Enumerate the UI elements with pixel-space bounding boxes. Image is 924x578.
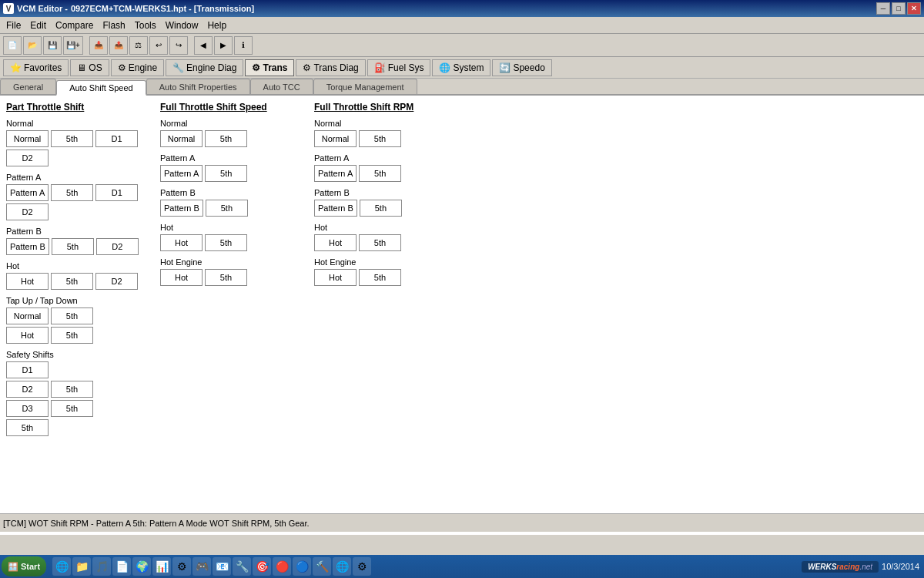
fts-normal-btn[interactable]: Normal bbox=[160, 130, 203, 147]
compare-button[interactable]: ⚖ bbox=[129, 36, 148, 55]
open-button[interactable]: 📂 bbox=[23, 36, 42, 55]
ftr-hot-5th-btn[interactable]: 5th bbox=[359, 234, 401, 251]
tab-auto-shift-props[interactable]: Auto Shift Properties bbox=[146, 79, 250, 94]
taskbar-ie[interactable]: 🌐 bbox=[52, 557, 71, 576]
pts-safety-d2-5th-btn[interactable]: 5th bbox=[51, 381, 93, 398]
fts-hot-btn[interactable]: Hot bbox=[160, 234, 203, 251]
pts-hot-5th-btn[interactable]: 5th bbox=[51, 273, 93, 290]
nav-engine-diag[interactable]: 🔧 Engine Diag bbox=[166, 59, 243, 76]
menu-edit[interactable]: Edit bbox=[25, 18, 51, 32]
nav-speedo[interactable]: 🔄 Speedo bbox=[492, 59, 551, 76]
nav-trans-diag[interactable]: ⚙ Trans Diag bbox=[296, 59, 365, 76]
redo-button[interactable]: ↪ bbox=[169, 36, 188, 55]
ftr-normal-5th-btn[interactable]: 5th bbox=[359, 130, 401, 147]
ftr-hotengine-5th-btn[interactable]: 5th bbox=[359, 269, 401, 286]
taskbar-target[interactable]: 🎯 bbox=[253, 557, 271, 576]
pattern-b-row-ftr: Pattern B 5th bbox=[314, 200, 453, 217]
ftr-patterna-5th-btn[interactable]: 5th bbox=[359, 165, 401, 182]
pts-patterna-d2-btn[interactable]: D2 bbox=[6, 203, 49, 220]
pts-tap-hot-btn[interactable]: Hot bbox=[6, 327, 49, 344]
menu-window[interactable]: Window bbox=[161, 18, 203, 32]
nav-os[interactable]: 🖥 OS bbox=[70, 59, 109, 76]
pts-tap-normal-5th-btn[interactable]: 5th bbox=[51, 307, 93, 324]
taskbar-word[interactable]: 📄 bbox=[112, 557, 131, 576]
forward-button[interactable]: ▶ bbox=[214, 36, 233, 55]
undo-button[interactable]: ↩ bbox=[149, 36, 168, 55]
fts-hotengine-btn[interactable]: Hot bbox=[160, 269, 203, 286]
taskbar-settings2[interactable]: ⚙ bbox=[353, 557, 371, 576]
taskbar-browser2[interactable]: 🌍 bbox=[132, 557, 151, 576]
nav-favorites[interactable]: ⭐ Favorites bbox=[3, 59, 69, 76]
pts-safety-d3-5th-btn[interactable]: 5th bbox=[51, 400, 93, 417]
pts-normal-d1-btn[interactable]: D1 bbox=[95, 130, 138, 147]
pts-hot-d2-btn[interactable]: D2 bbox=[95, 273, 138, 290]
hot-engine-row-ftr: Hot 5th bbox=[314, 269, 453, 286]
pts-tap-normal-btn[interactable]: Normal bbox=[6, 307, 49, 324]
pts-tap-hot-5th-btn[interactable]: 5th bbox=[51, 327, 93, 344]
pts-safety-d1-btn[interactable]: D1 bbox=[6, 361, 49, 378]
tab-auto-shift-speed[interactable]: Auto Shift Speed bbox=[56, 80, 146, 96]
fts-normal-5th-btn[interactable]: 5th bbox=[205, 130, 247, 147]
pts-patterna-d1-btn[interactable]: D1 bbox=[95, 184, 138, 201]
taskbar-red[interactable]: 🔴 bbox=[273, 557, 291, 576]
taskbar-media[interactable]: 🎵 bbox=[92, 557, 111, 576]
pts-patternb-btn[interactable]: Pattern B bbox=[6, 238, 49, 255]
ftr-hotengine-btn[interactable]: Hot bbox=[314, 269, 357, 286]
pts-patternb-5th-btn[interactable]: 5th bbox=[52, 238, 94, 255]
menu-tools[interactable]: Tools bbox=[130, 18, 161, 32]
start-button[interactable]: 🪟 Start bbox=[2, 556, 46, 576]
menu-file[interactable]: File bbox=[2, 18, 25, 32]
pts-safety-5th-btn[interactable]: 5th bbox=[6, 419, 49, 436]
pts-patterна-5th-btn[interactable]: 5th bbox=[51, 184, 93, 201]
pts-safety-d2-btn[interactable]: D2 bbox=[6, 381, 49, 398]
write-button[interactable]: 📤 bbox=[109, 36, 128, 55]
ftr-normal-btn[interactable]: Normal bbox=[314, 130, 357, 147]
nav-fuel-sys[interactable]: ⛽ Fuel Sys bbox=[367, 59, 431, 76]
ftr-patternb-5th-btn[interactable]: 5th bbox=[360, 200, 402, 217]
pts-normal-d2-btn[interactable]: D2 bbox=[6, 150, 49, 166]
pts-hot-btn[interactable]: Hot bbox=[6, 273, 49, 290]
nav-system[interactable]: 🌐 System bbox=[432, 59, 490, 76]
nav-engine[interactable]: ⚙ Engine bbox=[111, 59, 164, 76]
fts-hot-5th-btn[interactable]: 5th bbox=[205, 234, 247, 251]
hot-row-fts: Hot 5th bbox=[160, 234, 299, 251]
fts-patterna-5th-btn[interactable]: 5th bbox=[205, 165, 247, 182]
fts-patternb-btn[interactable]: Pattern B bbox=[160, 200, 203, 217]
pts-normal-btn[interactable]: Normal bbox=[6, 130, 49, 147]
pts-patterна-btn[interactable]: Pattern A bbox=[6, 184, 49, 201]
fts-hotengine-5th-btn[interactable]: 5th bbox=[205, 269, 247, 286]
taskbar-game[interactable]: 🎮 bbox=[192, 557, 211, 576]
save-all-button[interactable]: 💾+ bbox=[63, 36, 83, 55]
save-button[interactable]: 💾 bbox=[43, 36, 62, 55]
menu-compare[interactable]: Compare bbox=[51, 18, 98, 32]
taskbar-excel[interactable]: 📊 bbox=[152, 557, 171, 576]
back-button[interactable]: ◀ bbox=[194, 36, 213, 55]
ftr-patterna-btn[interactable]: Pattern A bbox=[314, 165, 357, 182]
pts-patternb-d2-btn[interactable]: D2 bbox=[96, 238, 139, 255]
tab-auto-tcc[interactable]: Auto TCC bbox=[250, 79, 313, 94]
nav-trans[interactable]: ⚙ Trans bbox=[245, 59, 294, 76]
read-button[interactable]: 📥 bbox=[89, 36, 108, 55]
pts-normal-5th-btn[interactable]: 5th bbox=[51, 130, 93, 147]
menu-flash[interactable]: Flash bbox=[98, 18, 129, 32]
pts-safety-d3-btn[interactable]: D3 bbox=[6, 400, 49, 417]
fts-patterna-btn[interactable]: Pattern A bbox=[160, 165, 203, 182]
close-button[interactable]: ✕ bbox=[907, 2, 921, 15]
menu-help[interactable]: Help bbox=[203, 18, 231, 32]
tab-torque-mgmt[interactable]: Torque Management bbox=[313, 79, 417, 94]
taskbar-blue[interactable]: 🔵 bbox=[293, 557, 311, 576]
minimize-button[interactable]: ─ bbox=[876, 2, 890, 15]
info-button[interactable]: ℹ bbox=[234, 36, 253, 55]
taskbar-gear[interactable]: ⚙ bbox=[172, 557, 191, 576]
taskbar-mail[interactable]: 📧 bbox=[213, 557, 231, 576]
new-button[interactable]: 📄 bbox=[3, 36, 22, 55]
taskbar-folder[interactable]: 📁 bbox=[72, 557, 91, 576]
taskbar-chrome[interactable]: 🌐 bbox=[333, 557, 351, 576]
restore-button[interactable]: □ bbox=[892, 2, 906, 15]
taskbar-build[interactable]: 🔨 bbox=[313, 557, 331, 576]
ftr-patternb-btn[interactable]: Pattern B bbox=[314, 200, 357, 217]
fts-patternb-5th-btn[interactable]: 5th bbox=[206, 200, 248, 217]
tab-general[interactable]: General bbox=[0, 79, 56, 94]
taskbar-wrench[interactable]: 🔧 bbox=[233, 557, 251, 576]
ftr-hot-btn[interactable]: Hot bbox=[314, 234, 357, 251]
